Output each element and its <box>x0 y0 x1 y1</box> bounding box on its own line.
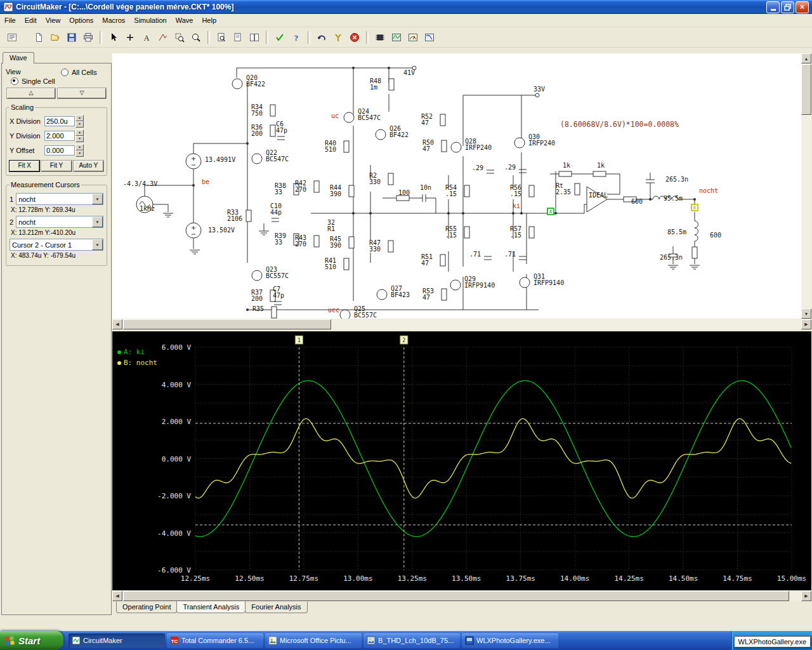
schematic-label[interactable]: R332106 <box>227 209 242 222</box>
schematic-label[interactable]: 1k <box>597 162 605 169</box>
schematic-label[interactable]: be <box>202 178 209 185</box>
fit-x-button[interactable]: Fit X <box>10 161 39 171</box>
schematic-label[interactable]: Q29IRFP9140 <box>464 275 495 289</box>
schematic-hscrollbar[interactable]: ◀ ▶ <box>112 319 811 329</box>
close-button[interactable]: × <box>796 1 809 13</box>
schematic-label[interactable]: R3933 <box>275 232 286 246</box>
stop-simulation-button[interactable] <box>346 29 363 46</box>
schematic-label[interactable]: 33V <box>534 86 545 93</box>
y-division-spin-down-icon[interactable]: ▼ <box>75 136 84 142</box>
cursor-diff-select[interactable]: Cursor 2 - Cursor 1 ▼ <box>10 239 103 251</box>
schematic-label[interactable]: R57.15 <box>510 225 521 239</box>
schematic-label[interactable]: 32R1 <box>327 219 335 232</box>
wire-tool-button[interactable] <box>155 29 171 46</box>
cursor1-dropdown-icon[interactable]: ▼ <box>92 194 103 204</box>
text-tool-button[interactable]: A <box>138 29 155 46</box>
schematic-label[interactable]: nocht <box>699 187 718 194</box>
tab-wave[interactable]: Wave <box>3 52 34 63</box>
schematic-label[interactable]: C647p <box>276 121 287 134</box>
taskbar-item-tc[interactable]: TCTotal Commander 6.5... <box>167 633 263 648</box>
menu-help[interactable]: Help <box>197 15 221 25</box>
sheet-button[interactable] <box>230 29 246 46</box>
schematic-label[interactable]: R47330 <box>369 239 381 253</box>
menu-wave[interactable]: Wave <box>171 15 198 25</box>
schematic-label[interactable]: R40510 <box>325 140 336 153</box>
schematic-label[interactable]: 10n <box>420 184 431 191</box>
schematic-label[interactable]: Q30IRFP240 <box>528 133 555 147</box>
schematic-label[interactable]: R41510 <box>325 257 336 270</box>
schematic-label[interactable]: R3833 <box>275 182 286 196</box>
chart-scroll-right-icon[interactable]: ▶ <box>801 591 811 601</box>
schematic-label[interactable]: -4.3/4.3V <box>123 180 157 187</box>
parts-bin-button[interactable] <box>4 29 20 46</box>
y-offset-spin-down-icon[interactable]: ▼ <box>75 150 84 157</box>
schematic-label[interactable]: 13.4991V <box>205 156 235 163</box>
ideal-opamp[interactable] <box>587 187 607 212</box>
hscroll-thumb[interactable] <box>123 319 331 329</box>
schematic-label[interactable]: .71 <box>469 251 481 258</box>
schematic-label[interactable]: ki <box>513 202 520 209</box>
x-division-spin-down-icon[interactable]: ▼ <box>75 121 84 128</box>
radio-single-cell-icon[interactable] <box>11 77 18 85</box>
save-button[interactable] <box>63 29 80 46</box>
schematic-label[interactable]: R56.15 <box>510 184 521 197</box>
menu-macros[interactable]: Macros <box>98 15 129 25</box>
scroll-down-icon[interactable]: ▼ <box>801 308 811 319</box>
probe-b[interactable]: B <box>691 204 698 211</box>
schematic-label[interactable]: Q22BC547C <box>266 149 289 162</box>
taskbar-item-office[interactable]: Microsoft Office Pictu... <box>265 633 362 648</box>
cursor2-dropdown-icon[interactable]: ▼ <box>92 216 103 227</box>
schematic-label[interactable]: R2330 <box>369 172 381 185</box>
schematic-label[interactable]: Q25BC557C <box>354 305 377 319</box>
schematic-label[interactable]: Q26BF422 <box>390 125 409 138</box>
schematic-label[interactable]: 41V <box>403 69 415 76</box>
menu-simulation[interactable]: Simulation <box>129 15 171 25</box>
schematic-label[interactable]: Q28IRFP240 <box>465 138 492 151</box>
schematic-label[interactable]: (8.60068V/8.6V)*100=0.0008% <box>560 120 679 129</box>
fit-y-button[interactable]: Fit Y <box>41 161 71 171</box>
schematic-label[interactable]: .29 <box>472 164 483 171</box>
schematic-label[interactable]: Q24BC547C <box>358 108 381 121</box>
schematic-label[interactable]: 1k <box>563 162 570 169</box>
schematic-label[interactable]: R481m <box>370 77 381 91</box>
scroll-up-icon[interactable]: ▲ <box>801 53 811 63</box>
schematic-label[interactable]: R37200 <box>251 289 263 302</box>
tab-fourier-analysis[interactable]: Fourier Analysis <box>245 602 307 613</box>
taskbar-item-image[interactable]: B_THD_Lch_10dB_75... <box>363 633 460 648</box>
y-offset-input[interactable] <box>44 145 75 156</box>
wave-down-button[interactable]: ▽ <box>58 88 106 98</box>
schematic-label[interactable]: R5047 <box>422 139 434 152</box>
schematic-label[interactable]: R55.15 <box>445 225 457 239</box>
schematic-label[interactable]: R42270 <box>295 180 306 193</box>
menu-options[interactable]: Options <box>65 15 98 25</box>
schematic-label[interactable]: C747p <box>273 286 284 299</box>
search-schematic-button[interactable] <box>213 29 230 46</box>
schematic-label[interactable]: ucc <box>328 307 339 314</box>
auto-y-button[interactable]: Auto Y <box>74 161 103 171</box>
schematic-label[interactable]: R5147 <box>421 253 433 267</box>
select-tool-button[interactable] <box>105 29 122 46</box>
radio-all-cells-icon[interactable] <box>61 69 69 76</box>
y-division-spin-up-icon[interactable]: ▲ <box>75 129 84 136</box>
schematic-label[interactable]: 265.3n <box>660 254 683 261</box>
help-button[interactable]: ? <box>288 29 304 46</box>
schematic-label[interactable]: R5347 <box>422 288 434 301</box>
print-button[interactable] <box>80 29 96 46</box>
schematic-label[interactable]: R54.15 <box>445 184 457 197</box>
restore-button[interactable] <box>781 1 794 13</box>
schematic-label[interactable]: 265.3n <box>665 176 688 183</box>
start-button[interactable]: Start <box>0 631 63 650</box>
split-view-button[interactable] <box>246 29 263 46</box>
y-offset-spin-up-icon[interactable]: ▲ <box>75 144 84 150</box>
schematic-vscrollbar[interactable]: ▲ ▼ <box>801 53 811 319</box>
menu-edit[interactable]: Edit <box>20 15 41 25</box>
schematic-canvas[interactable]: Q20BF422R481m41VR34750ucQ24BC547CR36200C… <box>112 53 801 319</box>
chart-hscrollbar[interactable]: ◀ ▶ <box>112 591 811 601</box>
radio-single-cell[interactable]: Single Cell <box>11 77 107 85</box>
schematic-label[interactable]: uc <box>331 112 339 119</box>
schematic-label[interactable]: R35 <box>252 305 264 312</box>
minimize-button[interactable] <box>766 1 780 13</box>
waveform-panel[interactable]: 6.000 V4.000 V2.000 V0.000 V-2.000 V-4.0… <box>112 331 811 590</box>
x-division-input[interactable] <box>44 116 75 126</box>
schematic-label[interactable]: .29 <box>504 164 516 171</box>
